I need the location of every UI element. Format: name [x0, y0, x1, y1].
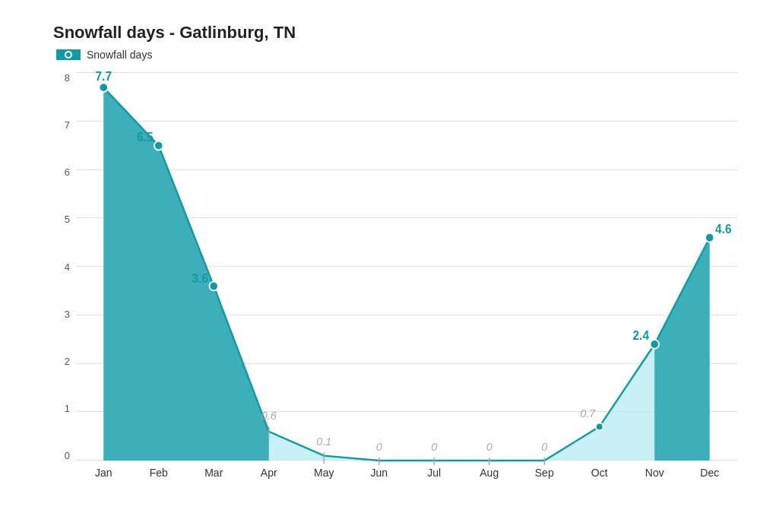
legend: Snowfall days: [56, 49, 737, 61]
legend-dot: [65, 51, 72, 59]
legend-label: Snowfall days: [87, 49, 152, 61]
x-label-mar: Mar: [186, 467, 242, 479]
label-dec: 4.6: [715, 223, 732, 236]
y-label-5: 5: [65, 214, 70, 224]
label-jun: 0: [376, 441, 382, 453]
label-jul: 0: [431, 441, 437, 453]
label-aug: 0: [486, 441, 492, 453]
legend-color-box: [56, 49, 81, 60]
x-label-jul: Jul: [407, 467, 462, 479]
x-label-feb: Feb: [131, 467, 187, 479]
x-axis: Jan Feb Mar Apr May Jun Jul Aug Sep Oct …: [76, 461, 737, 491]
x-label-sep: Sep: [517, 467, 572, 479]
x-label-jan: Jan: [76, 467, 131, 479]
chart-svg: 7.7 6.5 3.6 0.6 0.1 0 0 0 0 0.7: [76, 73, 737, 461]
dot-dec: [705, 233, 714, 242]
y-label-8: 8: [65, 73, 70, 83]
dot-feb: [154, 141, 163, 150]
y-label-6: 6: [65, 167, 70, 177]
label-mar: 3.6: [192, 271, 209, 284]
y-axis: 8 7 6 5 4 3 2 1 0: [53, 73, 76, 461]
plot-area: 7.7 6.5 3.6 0.6 0.1 0 0 0 0 0.7: [76, 73, 737, 461]
x-label-apr: Apr: [242, 467, 297, 479]
label-sep: 0: [541, 441, 547, 453]
chart-container: Snowfall days - Gatlinburg, TN Snowfall …: [0, 0, 760, 532]
x-label-jun: Jun: [352, 467, 407, 479]
label-may: 0.1: [316, 435, 331, 448]
area-jan-mar: [103, 87, 269, 461]
x-label-dec: Dec: [682, 467, 738, 479]
y-label-4: 4: [65, 262, 70, 272]
label-jan: 7.7: [96, 70, 112, 83]
label-oct: 0.7: [580, 407, 596, 420]
dot-jan: [99, 83, 108, 92]
dot-mar: [209, 282, 218, 291]
dot-oct: [596, 423, 603, 430]
label-apr: 0.6: [261, 410, 277, 422]
y-label-7: 7: [65, 120, 70, 130]
label-feb: 6.5: [137, 131, 154, 144]
x-label-aug: Aug: [462, 467, 518, 479]
y-label-2: 2: [65, 356, 70, 366]
x-label-may: May: [296, 467, 352, 479]
y-label-3: 3: [65, 309, 70, 319]
chart-title: Snowfall days - Gatlinburg, TN: [53, 23, 737, 43]
dot-nov: [650, 340, 659, 349]
area-nov-dec: [654, 238, 710, 461]
x-label-nov: Nov: [627, 467, 682, 479]
x-label-oct: Oct: [572, 467, 628, 479]
y-label-0: 0: [65, 451, 70, 461]
label-nov: 2.4: [633, 329, 650, 342]
chart-area: 8 7 6 5 4 3 2 1 0: [53, 73, 737, 491]
y-label-1: 1: [65, 404, 70, 413]
